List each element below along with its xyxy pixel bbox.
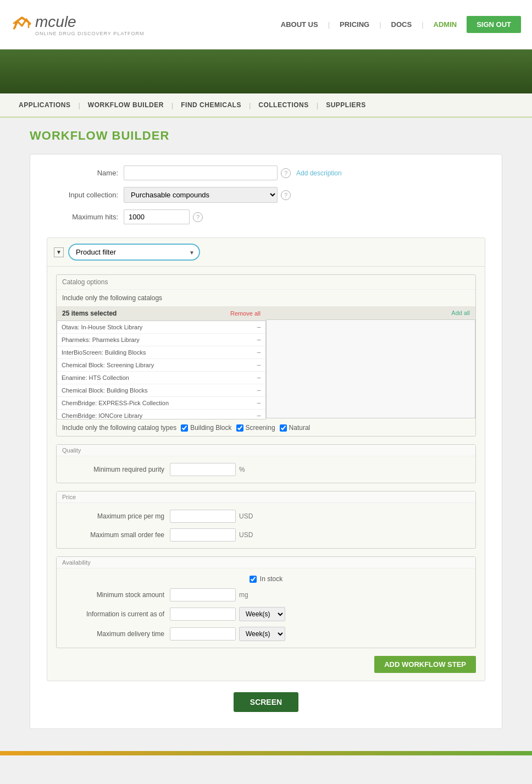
catalog-item-remove[interactable]: − xyxy=(257,374,261,382)
catalog-item-remove[interactable]: − xyxy=(257,399,261,407)
min-purity-label: Minimum required purity xyxy=(65,466,164,473)
catalog-item-remove[interactable]: − xyxy=(257,323,261,331)
list-item: Chemical Block: Building Blocks − xyxy=(57,384,265,397)
filter-collapse-arrow[interactable]: ▼ xyxy=(54,247,64,257)
max-price-label: Maximum price per mg xyxy=(65,512,164,520)
name-row: Name: ? Add description xyxy=(47,165,485,180)
min-stock-input[interactable] xyxy=(170,588,236,601)
screening-checkbox[interactable] xyxy=(236,424,243,432)
screening-label: Screening xyxy=(246,424,275,432)
add-description-link[interactable]: Add description xyxy=(296,169,342,177)
main-card: Name: ? Add description Input collection… xyxy=(30,154,502,729)
max-delivery-row: Maximum delivery time Day(s) Week(s) Mon… xyxy=(65,627,467,641)
input-collection-row: Input collection: Purchasable compounds … xyxy=(47,187,485,203)
filter-section: ▼ Product filter ▼ Catalog options Inclu… xyxy=(47,238,485,681)
catalog-item-name: InterBioScreen: Building Blocks xyxy=(62,349,146,356)
logo-text: mcule xyxy=(35,13,76,30)
header: mcule ONLINE DRUG DISCOVERY PLATFORM ABO… xyxy=(0,0,532,49)
max-price-unit: USD xyxy=(239,512,253,520)
current-as-of-row: Information is current as of Day(s) Week… xyxy=(65,607,467,621)
screen-button[interactable]: SCREEN xyxy=(234,692,298,712)
banner xyxy=(0,49,532,93)
admin-link[interactable]: ADMIN xyxy=(434,20,457,29)
max-order-input[interactable] xyxy=(170,528,236,542)
current-as-of-input[interactable] xyxy=(170,608,236,621)
max-delivery-unit-select[interactable]: Day(s) Week(s) Month(s) xyxy=(239,627,285,641)
banner-overlay xyxy=(0,49,532,93)
in-stock-checkbox[interactable] xyxy=(250,576,257,583)
remove-all-button[interactable]: Remove all xyxy=(230,310,261,317)
building-block-checkbox-label[interactable]: Building Block xyxy=(181,424,231,432)
catalog-item-remove[interactable]: − xyxy=(257,336,261,344)
catalog-item-remove[interactable]: − xyxy=(257,387,261,394)
catalog-options-box: Catalog options Include only the followi… xyxy=(56,274,476,437)
filter-header: ▼ Product filter ▼ xyxy=(47,238,485,267)
add-step-row: ADD WORKFLOW STEP xyxy=(56,656,476,673)
max-delivery-input[interactable] xyxy=(170,627,236,641)
current-as-of-label: Information is current as of xyxy=(65,610,164,618)
catalog-item-name: Pharmeks: Pharmeks Library xyxy=(62,336,140,343)
add-workflow-step-button[interactable]: ADD WORKFLOW STEP xyxy=(374,656,476,673)
min-stock-unit: mg xyxy=(239,591,248,599)
natural-checkbox[interactable] xyxy=(280,424,287,432)
screening-checkbox-label[interactable]: Screening xyxy=(236,424,275,432)
nav-suppliers[interactable]: SUPPLIERS xyxy=(318,93,374,117)
add-all-button[interactable]: Add all xyxy=(451,310,470,316)
nav-sep-1: | xyxy=(328,20,330,29)
input-collection-label: Input collection: xyxy=(47,191,118,199)
catalog-item-remove[interactable]: − xyxy=(257,361,261,369)
current-as-of-unit-select[interactable]: Day(s) Week(s) Month(s) xyxy=(239,607,285,621)
catalog-selected-count: 25 items selected xyxy=(62,310,117,317)
max-hits-help-icon[interactable]: ? xyxy=(193,212,203,222)
sign-out-button[interactable]: SIGN OUT xyxy=(467,16,521,33)
quality-section: Quality Minimum required purity % xyxy=(56,444,476,483)
building-block-checkbox[interactable] xyxy=(181,424,188,432)
catalog-lists: 25 items selected Remove all Otava: In-H… xyxy=(57,306,475,419)
list-item: InterBioScreen: Building Blocks − xyxy=(57,346,265,359)
logo-icon xyxy=(11,13,33,36)
name-help-icon[interactable]: ? xyxy=(281,168,291,178)
catalog-available-list: Add all xyxy=(266,306,475,419)
footer-bar xyxy=(0,751,532,755)
list-item: Enamine: HTS Collection − xyxy=(57,372,265,384)
catalog-item-remove[interactable]: − xyxy=(257,349,261,356)
list-item: ChemBridge: EXPRESS-Pick Collection − xyxy=(57,397,265,410)
quality-body: Minimum required purity % xyxy=(57,456,475,483)
max-price-row: Maximum price per mg USD xyxy=(65,510,467,523)
name-label: Name: xyxy=(47,169,118,177)
nav-sep-3: | xyxy=(422,20,423,29)
header-nav: ABOUT US | PRICING | DOCS | ADMIN SIGN O… xyxy=(281,16,521,33)
catalog-selected-header: 25 items selected Remove all xyxy=(57,306,266,321)
max-price-input[interactable] xyxy=(170,510,236,523)
natural-checkbox-label[interactable]: Natural xyxy=(280,424,311,432)
collection-help-icon[interactable]: ? xyxy=(281,190,291,200)
about-us-link[interactable]: ABOUT US xyxy=(281,20,318,29)
building-block-label: Building Block xyxy=(190,424,231,432)
nav-applications[interactable]: APPLICATIONS xyxy=(11,93,78,117)
catalog-item-name: ChemBridge: EXPRESS-Pick Collection xyxy=(62,400,169,406)
catalog-types: Include only the following catalog types… xyxy=(57,419,475,436)
nav-find-chemicals[interactable]: FIND CHEMICALS xyxy=(173,93,249,117)
filter-type-select[interactable]: Product filter xyxy=(68,244,200,261)
catalog-selected-body[interactable]: Otava: In-House Stock Library − Pharmeks… xyxy=(57,321,266,419)
max-hits-input[interactable] xyxy=(124,209,190,224)
quality-title: Quality xyxy=(57,445,475,456)
top-nav: APPLICATIONS | WORKFLOW BUILDER | FIND C… xyxy=(0,93,532,118)
pricing-link[interactable]: PRICING xyxy=(340,20,369,29)
input-collection-select[interactable]: Purchasable compounds xyxy=(124,187,278,203)
availability-title: Availability xyxy=(57,557,475,568)
page-title: WORKFLOW BUILDER xyxy=(30,129,502,143)
price-section: Price Maximum price per mg USD Maximum s… xyxy=(56,491,476,549)
catalog-item-name: Chemical Block: Screening Library xyxy=(62,362,154,368)
list-item: Otava: In-House Stock Library − xyxy=(57,321,265,334)
name-input[interactable] xyxy=(124,165,278,180)
min-purity-input[interactable] xyxy=(170,463,236,476)
catalog-item-remove[interactable]: − xyxy=(257,412,261,419)
filter-select-wrapper: Product filter ▼ xyxy=(68,244,200,261)
max-hits-row: Maximum hits: ? xyxy=(47,209,485,224)
nav-workflow-builder[interactable]: WORKFLOW BUILDER xyxy=(80,93,171,117)
nav-collections[interactable]: COLLECTIONS xyxy=(251,93,317,117)
docs-link[interactable]: DOCS xyxy=(391,20,412,29)
catalog-available-body[interactable] xyxy=(266,319,475,418)
catalog-include-label: Include only the following catalogs xyxy=(57,290,475,306)
